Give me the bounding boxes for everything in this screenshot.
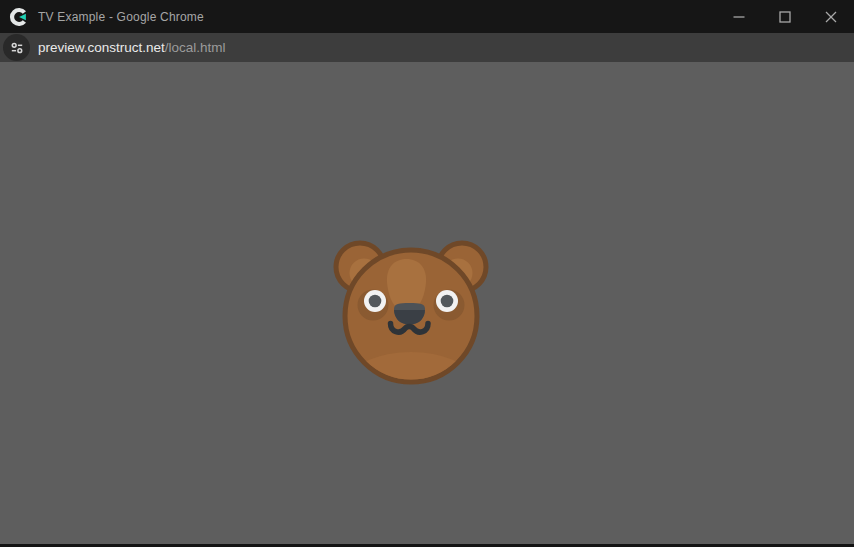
- minimize-button[interactable]: [716, 0, 762, 33]
- window-title: TV Example - Google Chrome: [38, 10, 204, 24]
- maximize-button[interactable]: [762, 0, 808, 33]
- url-origin: preview.construct.net: [38, 40, 165, 55]
- url-path: /local.html: [165, 40, 226, 55]
- page-content: [0, 62, 854, 544]
- bear-pupil-right: [441, 295, 454, 308]
- favicon-play-triangle: [19, 13, 26, 20]
- bear-pupil-left: [369, 295, 382, 308]
- window-controls: [716, 0, 854, 33]
- bear-face-sprite[interactable]: [331, 236, 491, 396]
- url-bar: preview.construct.net/local.html: [0, 33, 854, 62]
- construct-favicon-icon: [9, 7, 29, 27]
- site-settings-button[interactable]: [3, 34, 30, 61]
- minimize-icon: [733, 11, 745, 23]
- tune-icon: [9, 40, 25, 56]
- close-icon: [825, 11, 837, 23]
- window-titlebar[interactable]: TV Example - Google Chrome: [0, 0, 854, 33]
- close-button[interactable]: [808, 0, 854, 33]
- maximize-icon: [779, 11, 791, 23]
- browser-window: TV Example - Google Chrome: [0, 0, 854, 547]
- page-url: preview.construct.net/local.html: [38, 40, 226, 55]
